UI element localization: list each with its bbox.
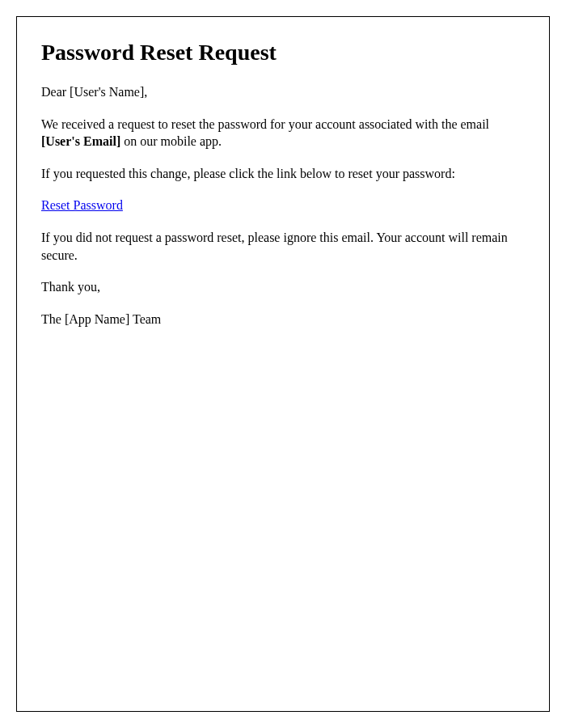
greeting-prefix: Dear: [41, 85, 70, 99]
intro-paragraph: We received a request to reset the passw…: [41, 116, 525, 150]
document-frame: Password Reset Request Dear [User's Name…: [16, 16, 550, 712]
instruction-paragraph: If you requested this change, please cli…: [41, 165, 525, 183]
reset-link-paragraph: Reset Password: [41, 197, 525, 214]
greeting-name: [User's Name]: [70, 85, 144, 99]
app-name-placeholder: [App Name]: [65, 312, 129, 326]
greeting-suffix: ,: [144, 85, 147, 99]
reset-password-link[interactable]: Reset Password: [41, 198, 123, 212]
intro-prefix: We received a request to reset the passw…: [41, 117, 489, 131]
signature-line: The [App Name] Team: [41, 311, 525, 328]
page-title: Password Reset Request: [41, 40, 525, 66]
thank-you-line: Thank you,: [41, 278, 525, 296]
user-email-placeholder: [User's Email]: [41, 134, 120, 148]
signature-prefix: The: [41, 312, 65, 326]
ignore-notice-paragraph: If you did not request a password reset,…: [41, 229, 525, 264]
greeting-line: Dear [User's Name],: [41, 83, 525, 101]
intro-suffix: on our mobile app.: [120, 134, 222, 148]
signature-suffix: Team: [129, 312, 161, 326]
